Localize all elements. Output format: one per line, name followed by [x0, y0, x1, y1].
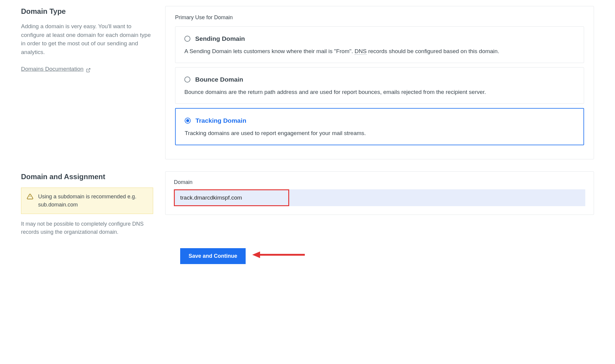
- radio-sending-domain[interactable]: Sending Domain A Sending Domain lets cus…: [175, 26, 584, 63]
- dns-abbr: DNS: [355, 48, 367, 55]
- radio-icon: [185, 118, 191, 124]
- domains-documentation-link[interactable]: Domains Documentation: [21, 65, 91, 74]
- domains-documentation-label: Domains Documentation: [21, 65, 83, 74]
- radio-tracking-domain[interactable]: Tracking Domain Tracking domains are use…: [175, 108, 584, 145]
- svg-marker-4: [252, 251, 260, 258]
- primary-use-label: Primary Use for Domain: [175, 14, 584, 22]
- domain-field-label: Domain: [174, 178, 585, 186]
- arrow-annotation-icon: [252, 251, 306, 262]
- subdomain-alert-text: Using a subdomain is recommended e.g. su…: [38, 193, 147, 209]
- domain-type-description: Adding a domain is very easy. You'll wan…: [21, 22, 153, 56]
- radio-bounce-desc: Bounce domains are the return path addre…: [184, 88, 575, 97]
- domain-panel: Domain: [165, 171, 594, 215]
- radio-tracking-title: Tracking Domain: [195, 116, 246, 125]
- radio-sending-desc: A Sending Domain lets customers know whe…: [184, 47, 575, 56]
- domain-input[interactable]: [175, 190, 288, 205]
- external-link-icon: [86, 67, 91, 71]
- radio-bounce-domain[interactable]: Bounce Domain Bounce domains are the ret…: [175, 67, 584, 104]
- domain-type-heading: Domain Type: [21, 6, 153, 17]
- radio-tracking-desc: Tracking domains are used to report enga…: [185, 129, 574, 138]
- primary-use-panel: Primary Use for Domain Sending Domain A …: [165, 6, 594, 159]
- save-and-continue-button[interactable]: Save and Continue: [180, 248, 246, 264]
- domain-helper-text: It may not be possible to completely con…: [21, 220, 153, 236]
- radio-bounce-title: Bounce Domain: [195, 75, 243, 84]
- radio-icon: [184, 36, 190, 42]
- warning-icon: [27, 193, 33, 200]
- radio-icon: [184, 77, 190, 83]
- domain-input-highlight: [174, 189, 289, 206]
- radio-sending-title: Sending Domain: [195, 34, 245, 44]
- subdomain-alert: Using a subdomain is recommended e.g. su…: [21, 188, 153, 214]
- svg-line-0: [88, 68, 90, 71]
- domain-assignment-heading: Domain and Assignment: [21, 171, 153, 182]
- domain-input-rest: [289, 189, 585, 206]
